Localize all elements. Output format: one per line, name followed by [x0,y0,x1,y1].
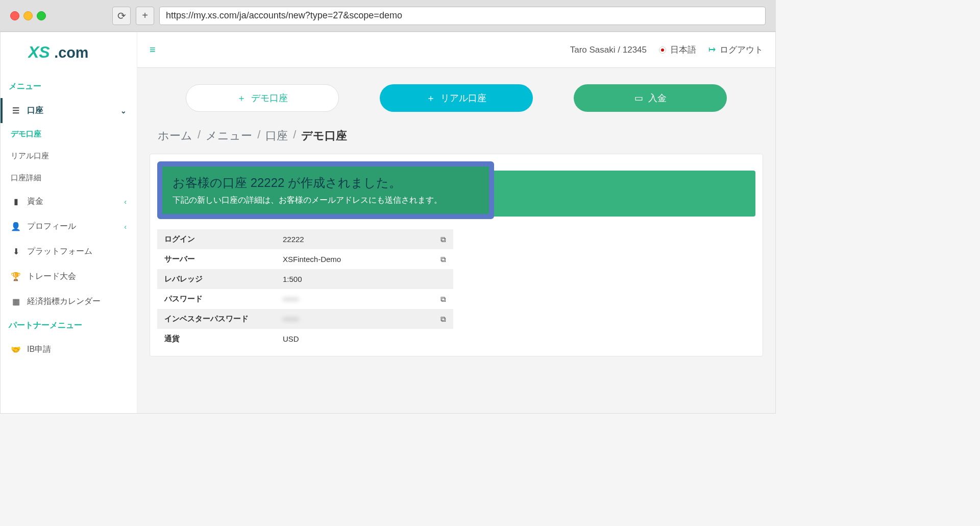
topbar: ≡ Taro Sasaki / 12345 日本語 ↦ ログアウト [137,32,775,68]
sidebar-item-contest[interactable]: 🏆 トレード大会 [1,264,137,289]
hamburger-icon[interactable]: ≡ [150,44,156,56]
language-selector[interactable]: 日本語 [659,44,696,56]
table-row: パスワード •••••• ⧉ [157,289,453,309]
svg-text:XS: XS [28,43,50,61]
calendar-icon: ▦ [11,297,21,306]
table-row: 通貨 USD [157,329,453,349]
leverage-label: レバレッジ [157,269,276,289]
table-row: インベスターパスワード •••••• ⧉ [157,309,453,329]
traffic-lights [10,11,46,20]
sidebar-item-funds[interactable]: ▮ 資金 ‹ [1,189,137,214]
sidebar-item-accounts[interactable]: ☰ 口座 ⌄ [1,98,137,123]
deposit-button[interactable]: ▭ 入金 [574,84,727,112]
chevron-down-icon: ⌄ [120,107,127,115]
sidebar-item-label: プラットフォーム [27,246,92,257]
sidebar-item-label: 経済指標カレンダー [27,296,101,307]
close-window-icon[interactable] [10,11,19,20]
banner-title: お客様の口座 22222 が作成されました。 [173,175,479,191]
logo[interactable]: XS.com [1,37,137,75]
server-label: サーバー [157,249,276,269]
password-value: •••••• [276,289,424,309]
breadcrumb: ホーム / メニュー / 口座 / デモ口座 [137,128,775,154]
button-label: 入金 [648,92,667,104]
download-icon: ⬇ [11,247,21,256]
sidebar-item-calendar[interactable]: ▦ 経済指標カレンダー [1,289,137,314]
chevron-left-icon: ‹ [124,223,127,231]
sidebar-item-label: 資金 [27,196,43,207]
logout-label: ログアウト [720,44,763,56]
breadcrumb-accounts[interactable]: 口座 [265,128,288,144]
investor-value: •••••• [276,309,424,329]
url-bar[interactable]: https://my.xs.com/ja/accounts/new?type=2… [159,7,766,25]
sidebar-item-label: IB申請 [27,344,51,355]
menu-header: メニュー [1,75,137,98]
copy-login-button[interactable]: ⧉ [424,229,453,249]
currency-value: USD [276,329,424,349]
plus-icon: ＋ [426,92,435,104]
copy-investor-button[interactable]: ⧉ [424,309,453,329]
content-card: お客様の口座 22222 が作成されました。 下記の新しい口座の詳細は、お客様の… [150,154,763,356]
breadcrumb-menu[interactable]: メニュー [206,128,252,144]
sidebar-item-label: トレード大会 [27,271,76,282]
partner-header: パートナーメニュー [1,314,137,337]
sidebar-sub-demo[interactable]: デモ口座 [1,123,137,145]
sidebar-item-label: 口座 [27,105,43,116]
list-icon: ☰ [11,106,21,115]
login-value: 22222 [276,229,424,249]
breadcrumb-sep: / [257,128,260,144]
success-banner: お客様の口座 22222 が作成されました。 下記の新しい口座の詳細は、お客様の… [157,161,494,219]
user-icon: 👤 [11,222,21,231]
account-details-table: ログイン 22222 ⧉ サーバー XSFintech-Demo ⧉ レバレッジ… [157,229,453,349]
currency-label: 通貨 [157,329,276,349]
sidebar-item-platform[interactable]: ⬇ プラットフォーム [1,239,137,264]
breadcrumb-sep: / [293,128,296,144]
table-row: ログイン 22222 ⧉ [157,229,453,249]
copy-placeholder [424,329,453,349]
copy-password-button[interactable]: ⧉ [424,289,453,309]
japan-flag-icon [659,46,666,54]
breadcrumb-current: デモ口座 [301,128,347,144]
language-label: 日本語 [670,44,696,56]
login-label: ログイン [157,229,276,249]
app: XS.com メニュー ☰ 口座 ⌄ デモ口座 リアル口座 口座詳細 ▮ 資金 … [0,32,776,414]
action-row: ＋ デモ口座 ＋ リアル口座 ▭ 入金 [137,68,775,128]
breadcrumb-sep: / [198,128,201,144]
sidebar-item-profile[interactable]: 👤 プロフィール ‹ [1,214,137,239]
banner-wrap: お客様の口座 22222 が作成されました。 下記の新しい口座の詳細は、お客様の… [157,161,755,219]
sidebar-item-label: プロフィール [27,221,76,232]
demo-account-button[interactable]: ＋ デモ口座 [186,84,339,112]
banner-subtitle: 下記の新しい口座の詳細は、お客様のメールアドレスにも送信されます。 [173,195,479,206]
breadcrumb-home[interactable]: ホーム [158,128,192,144]
investor-label: インベスターパスワード [157,309,276,329]
button-label: デモ口座 [251,92,288,104]
wallet-icon: ▮ [11,197,21,206]
maximize-window-icon[interactable] [37,11,46,20]
trophy-icon: 🏆 [11,272,21,281]
plus-icon: ＋ [237,92,246,104]
reload-button[interactable]: ⟳ [112,7,131,25]
minimize-window-icon[interactable] [23,11,33,20]
server-value: XSFintech-Demo [276,249,424,269]
leverage-value: 1:500 [276,269,424,289]
handshake-icon: 🤝 [11,345,21,354]
svg-text:.com: .com [54,44,88,61]
new-tab-button[interactable]: + [136,7,154,25]
password-label: パスワード [157,289,276,309]
button-label: リアル口座 [440,92,486,104]
copy-server-button[interactable]: ⧉ [424,249,453,269]
chevron-left-icon: ‹ [124,198,127,206]
copy-placeholder [424,269,453,289]
table-row: サーバー XSFintech-Demo ⧉ [157,249,453,269]
user-info: Taro Sasaki / 12345 [570,45,647,55]
real-account-button[interactable]: ＋ リアル口座 [380,84,533,112]
sidebar-item-ib[interactable]: 🤝 IB申請 [1,337,137,362]
sidebar-sub-detail[interactable]: 口座詳細 [1,167,137,189]
card-icon: ▭ [634,92,643,104]
sidebar: XS.com メニュー ☰ 口座 ⌄ デモ口座 リアル口座 口座詳細 ▮ 資金 … [1,32,137,413]
sidebar-sub-real[interactable]: リアル口座 [1,145,137,167]
logout-button[interactable]: ↦ ログアウト [708,44,763,56]
browser-chrome: ⟳ + https://my.xs.com/ja/accounts/new?ty… [0,0,776,32]
table-row: レバレッジ 1:500 [157,269,453,289]
logout-icon: ↦ [708,44,716,55]
main: ≡ Taro Sasaki / 12345 日本語 ↦ ログアウト ＋ デモ口座… [137,32,775,413]
